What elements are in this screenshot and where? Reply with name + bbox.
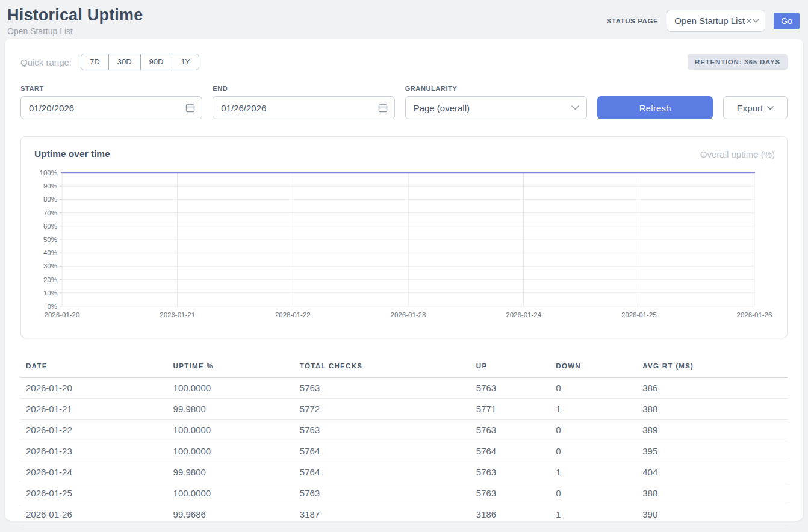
svg-text:100%: 100% — [40, 169, 57, 176]
table-cell: 5772 — [294, 399, 471, 420]
table-cell: 5764 — [471, 441, 550, 462]
start-date-label: START — [20, 85, 202, 92]
table-cell: 5763 — [294, 483, 471, 504]
chevron-down-icon — [571, 105, 579, 110]
table-cell: 2026-01-26 — [20, 504, 168, 525]
column-header-total-checks: TOTAL CHECKS — [294, 356, 471, 378]
header-controls: STATUS PAGE Open Startup List ✕ Go — [606, 10, 800, 32]
table-row: 2026-01-20100.0000576357630386 — [20, 378, 788, 399]
table-cell: 388 — [637, 483, 788, 504]
table-cell: 2026-01-22 — [20, 420, 168, 441]
quick-range-group: 7D 30D 90D 1Y — [81, 54, 199, 70]
table-cell: 388 — [637, 399, 788, 420]
status-page-select[interactable]: Open Startup List ✕ — [667, 10, 765, 32]
svg-text:2026-01-25: 2026-01-25 — [621, 311, 657, 318]
svg-text:70%: 70% — [43, 209, 57, 217]
table-header-row: DATE UPTIME % TOTAL CHECKS UP DOWN AVG R… — [20, 356, 788, 378]
svg-text:2026-01-21: 2026-01-21 — [160, 311, 195, 318]
svg-text:60%: 60% — [43, 223, 57, 230]
table-cell: 5771 — [471, 399, 550, 420]
export-button-label: Export — [737, 103, 763, 113]
quick-range-30d-button[interactable]: 30D — [108, 54, 140, 70]
svg-text:10%: 10% — [43, 289, 57, 297]
svg-text:50%: 50% — [43, 236, 57, 243]
end-date-label: END — [213, 85, 394, 92]
column-header-avg-rt: AVG RT (MS) — [637, 356, 788, 378]
table-cell: 390 — [637, 504, 788, 525]
main-panel: Quick range: 7D 30D 90D 1Y RETENTION: 36… — [5, 39, 803, 521]
svg-text:30%: 30% — [43, 262, 57, 270]
table-cell: 5763 — [471, 420, 550, 441]
table-cell: 5764 — [294, 441, 471, 462]
quick-range-label: Quick range: — [20, 57, 72, 67]
table-cell: 2026-01-24 — [20, 462, 168, 483]
table-cell: 5763 — [294, 420, 471, 441]
table-cell: 5763 — [471, 483, 550, 504]
column-header-up: UP — [471, 356, 550, 378]
table-row: 2026-01-2199.9800577257711388 — [20, 399, 788, 420]
table-cell: 100.0000 — [168, 378, 294, 399]
svg-text:90%: 90% — [43, 182, 57, 190]
table-row: 2026-01-23100.0000576457640395 — [20, 441, 788, 462]
status-page-selected-value: Open Startup List — [674, 16, 745, 26]
table-cell: 0 — [550, 378, 637, 399]
table-cell: 389 — [637, 420, 788, 441]
granularity-label: GRANULARITY — [405, 85, 587, 92]
chart-title: Uptime over time — [34, 149, 110, 159]
table-cell: 100.0000 — [168, 441, 294, 462]
svg-text:2026-01-24: 2026-01-24 — [506, 311, 541, 318]
svg-text:2026-01-26: 2026-01-26 — [737, 311, 772, 318]
table-cell: 0 — [550, 483, 637, 504]
table-cell: 100.0000 — [168, 483, 294, 504]
end-date-input[interactable] — [213, 96, 394, 119]
column-header-date: DATE — [20, 356, 168, 378]
uptime-table: DATE UPTIME % TOTAL CHECKS UP DOWN AVG R… — [20, 356, 788, 525]
refresh-button[interactable]: Refresh — [597, 96, 713, 119]
table-cell: 5763 — [294, 378, 471, 399]
table-cell: 386 — [637, 378, 788, 399]
calendar-icon[interactable] — [185, 103, 195, 113]
table-cell: 404 — [637, 462, 788, 483]
table-cell: 1 — [550, 504, 637, 525]
column-header-uptime: UPTIME % — [168, 356, 294, 378]
table-cell: 99.9686 — [168, 504, 294, 525]
column-header-down: DOWN — [550, 356, 637, 378]
table-cell: 1 — [550, 399, 637, 420]
retention-badge: RETENTION: 365 DAYS — [688, 54, 788, 70]
granularity-select[interactable]: Page (overall) — [405, 96, 587, 119]
calendar-icon[interactable] — [378, 103, 388, 113]
quick-range-1y-button[interactable]: 1Y — [172, 54, 199, 70]
table-row: 2026-01-2499.9800576457631404 — [20, 462, 788, 483]
table-cell: 2026-01-23 — [20, 441, 168, 462]
chevron-down-icon — [753, 19, 759, 23]
table-cell: 0 — [550, 420, 637, 441]
table-cell: 5763 — [471, 462, 550, 483]
go-button[interactable]: Go — [774, 13, 800, 29]
table-row: 2026-01-22100.0000576357630389 — [20, 420, 788, 441]
table-cell: 100.0000 — [168, 420, 294, 441]
svg-text:2026-01-20: 2026-01-20 — [45, 311, 80, 318]
table-cell: 3187 — [294, 504, 471, 525]
table-cell: 2026-01-20 — [20, 378, 168, 399]
start-date-input[interactable] — [20, 96, 202, 119]
svg-text:2026-01-23: 2026-01-23 — [391, 311, 426, 318]
svg-text:2026-01-22: 2026-01-22 — [275, 311, 311, 318]
uptime-chart: 0%10%20%30%40%50%60%70%80%90%100%2026-01… — [34, 168, 775, 322]
table-cell: 0 — [550, 441, 637, 462]
quick-range-7d-button[interactable]: 7D — [81, 54, 108, 70]
clear-icon[interactable]: ✕ — [745, 16, 753, 26]
svg-text:20%: 20% — [43, 276, 57, 283]
page-header: Historical Uptime Open Startup List STAT… — [0, 0, 808, 39]
table-cell: 99.9800 — [168, 462, 294, 483]
granularity-selected-value: Page (overall) — [414, 103, 470, 113]
svg-text:0%: 0% — [47, 303, 57, 310]
svg-text:80%: 80% — [43, 196, 57, 203]
chart-legend: Overall uptime (%) — [700, 149, 775, 159]
status-page-label: STATUS PAGE — [606, 17, 658, 25]
table-row: 2026-01-2699.9686318731861390 — [20, 504, 788, 525]
quick-range-90d-button[interactable]: 90D — [140, 54, 172, 70]
uptime-chart-card: Uptime over time Overall uptime (%) 0%10… — [20, 136, 788, 338]
table-cell: 99.9800 — [168, 399, 294, 420]
export-button[interactable]: Export — [723, 96, 788, 119]
table-cell: 2026-01-25 — [20, 483, 168, 504]
